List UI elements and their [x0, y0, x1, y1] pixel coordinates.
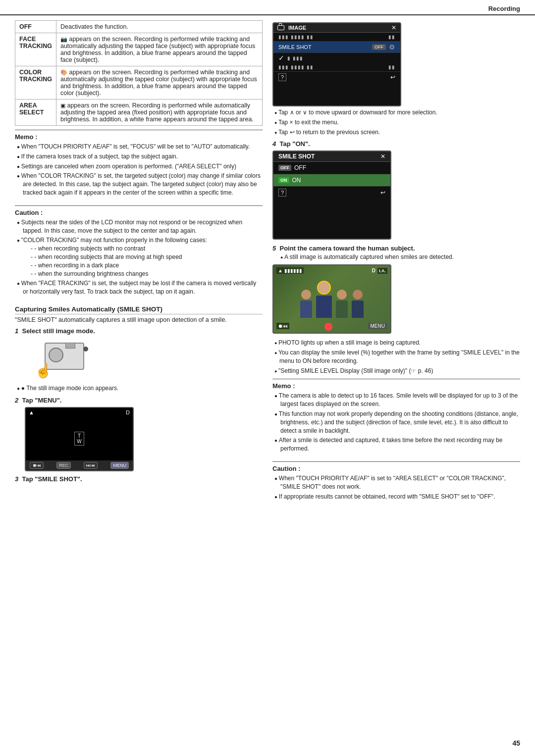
- menu-top-right-icon: D: [126, 409, 130, 415]
- person-3: [336, 290, 348, 318]
- caution-list-2: When "TOUCH PRIORITY AE/AF" is set to "A…: [272, 474, 520, 501]
- help-button[interactable]: ?: [278, 73, 286, 81]
- smile-option-on[interactable]: ON ON: [273, 174, 390, 187]
- table-cell-label: AREASELECT: [15, 100, 56, 126]
- photo-top-left-icons: ▲ ▮▮▮▮▮▮: [276, 267, 304, 274]
- memo-item: When "TOUCH PRIORITY AE/AF" is set, "FOC…: [17, 143, 263, 151]
- smile-back-button[interactable]: ↩: [380, 189, 385, 196]
- smile-shot-menu-title: SMILE SHOT: [278, 153, 315, 160]
- tracking-table: OFF Deactivates the function. FACETRACKI…: [15, 20, 263, 126]
- memo-box-1: Memo : When "TOUCH PRIORITY AE/AF" is se…: [15, 130, 263, 202]
- smile-menu-title-bar: SMILE SHOT ✕: [273, 151, 390, 162]
- caution-item: When "TOUCH PRIORITY AE/AF" is set to "A…: [274, 474, 520, 491]
- off-option-badge: OFF: [278, 165, 291, 171]
- memo-item: The camera is able to detect up to 16 fa…: [274, 392, 520, 408]
- memo-item: Settings are canceled when zoom operatio…: [17, 162, 263, 171]
- person-body-3: [336, 301, 348, 318]
- table-row: COLORTRACKING 🎨 appears on the screen. R…: [15, 66, 263, 100]
- memo-item: This function may not work properly depe…: [274, 410, 520, 435]
- menu-row-3: ✓ ▮ ▮▮▮: [273, 53, 400, 63]
- btn-menu[interactable]: MENU: [110, 462, 129, 469]
- photo-screen: ▲ ▮▮▮▮▮▮ D I.A.: [272, 264, 391, 334]
- sub-item: - when recording subjects that are movin…: [23, 253, 263, 261]
- photo-bottom-overlay: ⏺⏮ ⬤ MENU: [276, 321, 387, 331]
- smile-option-off[interactable]: OFF OFF: [273, 162, 390, 174]
- finger-icon: ☝: [35, 362, 52, 379]
- camera-icon: [277, 25, 284, 30]
- sub-item: - when the surrounding brightness change…: [23, 270, 263, 278]
- off-badge: OFF: [372, 44, 386, 50]
- tw-control: T W: [74, 432, 84, 446]
- menu-dots-3: ▮ ▮▮▮: [287, 55, 303, 61]
- photo-bullets: PHOTO lights up when a still image is be…: [272, 339, 520, 375]
- photo-menu-btn[interactable]: MENU: [368, 323, 387, 329]
- person-body-4: [352, 301, 364, 318]
- camera-button: [83, 347, 88, 352]
- memo-box-2: Memo : The camera is able to detect up t…: [272, 379, 520, 457]
- person-head-3: [337, 290, 347, 300]
- ia-badge: I.A.: [377, 268, 387, 274]
- back-button[interactable]: ↩: [390, 74, 395, 81]
- person-body-2: [316, 296, 332, 318]
- table-cell-desc: ▣ appears on the screen. Recording is pe…: [56, 100, 262, 126]
- memo-item: After a smile is detected and captured, …: [274, 436, 520, 453]
- step-2: 2 Tap "MENU". ▲ D T W ⏺⏮ REC ⏭⏮ ME: [15, 397, 263, 471]
- menu-bottom-nav: ? ↩: [273, 72, 400, 83]
- face-tracking-icon: 📷: [60, 36, 67, 42]
- menu-dots-1: ▮▮▮ ▮▮▮▮ ▮▮: [278, 34, 314, 40]
- table-row: OFF Deactivates the function.: [15, 21, 263, 33]
- caution-item: If appropriate results cannot be obtaine…: [274, 493, 520, 501]
- memo-title-2: Memo :: [272, 382, 520, 390]
- menu-bottom-row: ⏺⏮ REC ⏭⏮ MENU: [26, 460, 133, 470]
- camera-illustration: ☝: [30, 338, 263, 382]
- camera-lens: [49, 348, 63, 362]
- caution-box-2: Caution : When "TOUCH PRIORITY AE/AF" is…: [272, 461, 520, 505]
- table-cell-desc: 🎨 appears on the screen. Recording is pe…: [56, 66, 262, 100]
- sub-item: - when recording subjects with no contra…: [23, 245, 263, 253]
- smile-shot-menu-screen: SMILE SHOT ✕ OFF OFF ON ON ? ↩: [272, 151, 391, 240]
- color-tracking-icon: 🎨: [60, 69, 67, 75]
- hand-camera-graphic: ☝: [30, 338, 94, 382]
- photo-record-dot: ⬤: [324, 321, 333, 331]
- camera-viewfinder: [65, 343, 75, 349]
- sub-item: - when recording in a dark place: [23, 261, 263, 270]
- header-title: Recording: [488, 5, 520, 12]
- menu-row-1: ▮▮▮ ▮▮▮▮ ▮▮ ▮▮: [273, 33, 400, 42]
- table-cell-label: COLORTRACKING: [15, 66, 56, 100]
- menu-mid-area: T W: [26, 417, 133, 460]
- close-icon[interactable]: ✕: [391, 24, 396, 31]
- caution-box-1: Caution : Subjects near the sides of the…: [15, 205, 263, 301]
- smile-shot-label: SMILE SHOT: [278, 44, 312, 50]
- page-number: 45: [512, 739, 520, 747]
- step-1: 1 Select still image mode. ☝ ● The s: [15, 327, 263, 393]
- caution-title-1: Caution :: [15, 209, 263, 216]
- smile-menu-nav: ? ↩: [273, 187, 390, 199]
- btn-rec[interactable]: REC: [56, 462, 71, 469]
- smile-help-button[interactable]: ?: [278, 189, 286, 197]
- menu-row-4: ▮▮▮ ▮▮▮▮ ▮▮ ▮▮: [273, 63, 400, 72]
- photo-bullet-3: "Setting SMILE LEVEL Display (Still imag…: [272, 367, 520, 375]
- person-head-2: [317, 281, 331, 295]
- gear-icon[interactable]: ⚙: [389, 43, 395, 51]
- menu-row-smile-shot[interactable]: SMILE SHOT OFF ⚙: [273, 42, 400, 53]
- menu-extra-4: ▮▮: [388, 64, 395, 70]
- off-option-label: OFF: [294, 164, 306, 171]
- btn-prev-next[interactable]: ⏭⏮: [84, 462, 98, 469]
- section-intro: "SMILE SHOT" automatically captures a st…: [15, 316, 263, 323]
- people-group: [300, 281, 364, 318]
- btn-playback[interactable]: ⏺⏮: [30, 462, 44, 469]
- section-heading: Capturing Smiles Automatically (SMILE SH…: [15, 305, 263, 314]
- person-body-1: [300, 301, 312, 318]
- menu-screen: ▲ D T W ⏺⏮ REC ⏭⏮ MENU: [25, 407, 134, 471]
- table-cell-label: FACETRACKING: [15, 33, 56, 66]
- menu-dots-4: ▮▮▮ ▮▮▮▮ ▮▮: [278, 64, 314, 70]
- person-4: [352, 290, 364, 318]
- image-menu-title: IMAGE: [277, 25, 306, 31]
- menu-nav-bullet-1: Tap ∧ or ∨ to move upward or downward fo…: [272, 108, 520, 117]
- memo-title-1: Memo :: [15, 133, 263, 141]
- menu-nav-bullets: Tap ∧ or ∨ to move upward or downward fo…: [272, 108, 520, 136]
- memo-list-1: When "TOUCH PRIORITY AE/AF" is set, "FOC…: [15, 143, 263, 197]
- check-icon: ✓: [278, 54, 284, 62]
- caution-item: When "FACE TRACKING" is set, the subject…: [17, 279, 263, 296]
- smile-close-icon[interactable]: ✕: [380, 153, 385, 160]
